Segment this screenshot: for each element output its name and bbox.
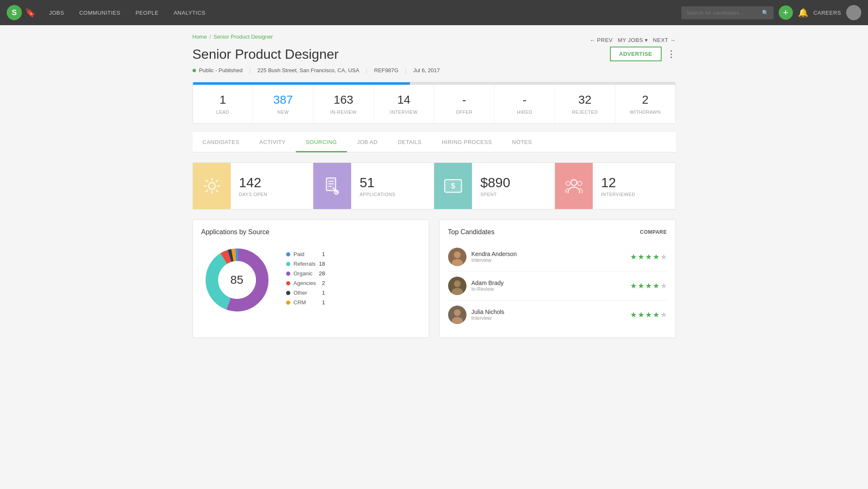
avatar-svg-0 [448,248,467,266]
applications-chart-title: Applications by Source [201,228,420,236]
nav-jobs[interactable]: JOBS [42,6,71,19]
add-button[interactable]: + [779,5,793,20]
stat-applications: 51 APPLICATIONS [313,162,434,209]
tab-details[interactable]: DETAILS [388,132,432,152]
legend-item-crm: CRM 1 [286,299,325,306]
search-bar: 🔍 [681,6,774,19]
tab-job-ad[interactable]: JOB AD [347,132,388,152]
top-candidates-panel: Top Candidates COMPARE Kendra Anderson I… [439,220,676,338]
main-content: Home / Senior Product Designer ← PREV MY… [182,25,686,346]
legend-item-referrals: Referrals 18 [286,261,325,267]
breadcrumb-current[interactable]: Senior Product Designer [214,34,273,40]
user-avatar[interactable] [846,5,861,20]
svg-point-19 [578,181,582,186]
svg-line-8 [206,190,208,192]
tab-candidates[interactable]: CANDIDATES [193,132,250,152]
legend-item-organic: Organic 28 [286,270,325,277]
tab-sourcing[interactable]: SOURCING [296,132,347,152]
page-header: Senior Product Designer ADVERTISE ⋮ [193,47,676,62]
stage-interview[interactable]: 14 INTERVIEW [374,85,434,123]
notification-bell-icon[interactable]: 🔔 [798,8,808,18]
nav-communities[interactable]: COMMUNITIES [73,6,127,19]
legend-count-referrals: 18 [319,261,325,267]
chart-legend: Paid 1 Referrals 18 Organic 28 [286,251,325,309]
nav-analytics[interactable]: ANALYTICS [167,6,212,19]
stage-rejected[interactable]: 32 REJECTED [555,85,615,123]
legend-dot-paid [286,252,290,256]
stage-withdrawn[interactable]: 2 WITHDRAWN [615,85,675,123]
legend-count-paid: 1 [322,251,325,257]
breadcrumb: Home / Senior Product Designer [193,34,273,40]
candidate-info-0: Kendra Anderson Interview [472,251,625,263]
candidate-info-1: Adam Brady In-Review [472,280,625,292]
legend-name-paid: Paid [294,251,319,257]
svg-point-17 [571,180,577,186]
days-open-value: 142 [239,175,268,191]
job-meta: Public - Published | 225 Bush Street, Sa… [193,67,676,73]
days-open-label: DAYS OPEN [239,192,268,197]
tab-hiring-process[interactable]: HIRING PROCESS [432,132,502,152]
prev-next-nav: ← PREV MY JOBS ▾ NEXT → [590,37,676,43]
candidate-stars-1: ★ ★ ★ ★ ★ [630,281,667,290]
candidate-item-1[interactable]: Adam Brady In-Review ★ ★ ★ ★ ★ [448,272,667,301]
spent-info: $890 SPENT [472,175,519,197]
prev-button[interactable]: ← PREV [590,37,613,43]
nav-careers[interactable]: CAREERS [813,10,841,16]
interviewed-value: 12 [601,175,636,191]
stage-offer[interactable]: - OFFER [434,85,495,123]
document-icon [325,177,340,195]
avatar-svg-2 [448,306,467,324]
pipeline-bar: 1 LEAD 387 NEW 163 IN-REVIEW 14 INTERVIE… [193,82,676,124]
svg-point-34 [454,309,461,316]
stage-new[interactable]: 387 NEW [253,85,313,123]
interviewed-label: INTERVIEWED [601,192,636,197]
nav-people[interactable]: PEOPLE [129,6,165,19]
tabs: CANDIDATES ACTIVITY SOURCING JOB AD DETA… [193,132,676,152]
tab-notes[interactable]: NOTES [502,132,542,152]
legend-count-other: 1 [322,290,325,296]
legend-name-other: Other [294,290,319,296]
legend-count-crm: 1 [322,299,325,306]
candidate-stars-0: ★ ★ ★ ★ ★ [630,252,667,261]
donut-chart: 85 [201,244,273,316]
stage-in-review[interactable]: 163 IN-REVIEW [313,85,374,123]
people-icon [565,178,583,194]
tab-activity[interactable]: ACTIVITY [249,132,296,152]
svg-point-0 [209,183,215,189]
app-logo[interactable]: S [7,5,22,20]
meta-ref: REF987G [374,67,399,73]
stage-hired[interactable]: - HIRED [495,85,555,123]
applications-label: APPLICATIONS [360,192,395,197]
svg-point-18 [566,181,570,186]
advertise-button[interactable]: ADVERTISE [610,47,662,61]
applications-icon-box [313,163,351,209]
candidate-item-0[interactable]: Kendra Anderson Interview ★ ★ ★ ★ ★ [448,243,667,272]
search-input[interactable] [686,10,759,16]
svg-line-5 [206,180,208,182]
legend-name-organic: Organic [294,270,316,277]
my-jobs-button[interactable]: MY JOBS ▾ [618,37,648,43]
legend-name-crm: CRM [294,299,319,306]
status-dot [193,69,196,72]
bottom-panels: Applications by Source [193,220,676,338]
legend-name-agencies: Agencies [294,280,319,286]
breadcrumb-home[interactable]: Home [193,34,207,40]
stat-spent: $ $890 SPENT [434,162,555,209]
next-button[interactable]: NEXT → [653,37,675,43]
applications-by-source-panel: Applications by Source [193,220,429,338]
legend-dot-crm [286,301,290,305]
svg-line-7 [216,180,218,182]
interviewed-icon-box [555,163,593,209]
candidate-item-2[interactable]: Julia Nichols Interview ★ ★ ★ ★ ★ [448,301,667,329]
legend-dot-referrals [286,262,290,266]
candidate-avatar-1 [448,277,467,295]
stage-lead[interactable]: 1 LEAD [193,85,253,123]
pipeline-stages: 1 LEAD 387 NEW 163 IN-REVIEW 14 INTERVIE… [193,85,675,123]
stat-interviewed: 12 INTERVIEWED [555,162,676,209]
spent-icon-box: $ [434,163,472,209]
meta-address: 225 Bush Street, San Francisco, CA, USA [258,67,360,73]
bookmark-icon[interactable]: 🔖 [25,8,36,18]
compare-button[interactable]: COMPARE [640,229,667,235]
pipeline-progress-bar [193,82,675,85]
more-options-icon[interactable]: ⋮ [667,49,676,60]
